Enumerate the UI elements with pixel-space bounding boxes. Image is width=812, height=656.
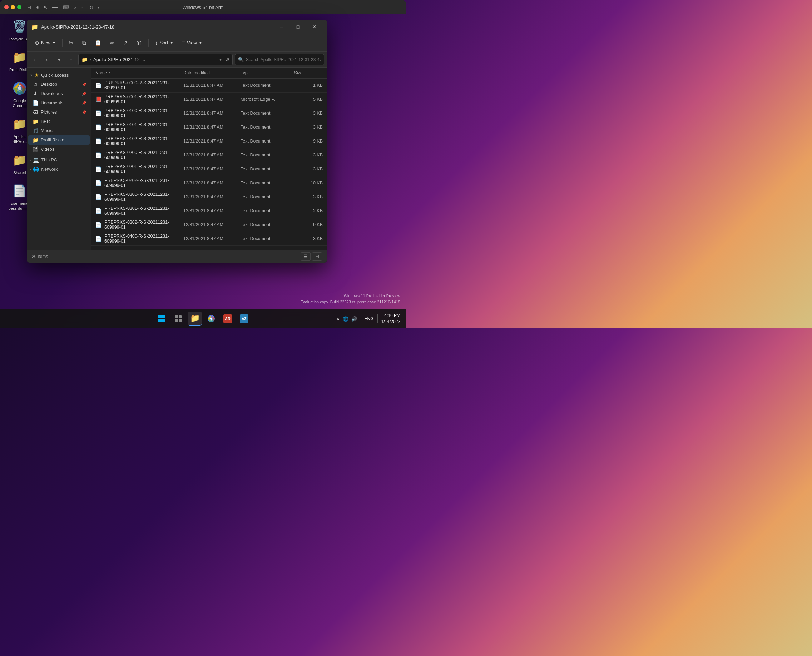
mac-sound-icon[interactable]: ♪ [74, 5, 76, 10]
sidebar-item-desktop[interactable]: 🖥 Desktop 📌 [28, 80, 90, 89]
mac-fullscreen-button[interactable] [17, 5, 22, 9]
mac-fwd-icon[interactable]: ‹ [98, 5, 99, 10]
start-button[interactable] [155, 312, 169, 326]
paste-button[interactable]: 📋 [91, 37, 105, 48]
more-options-button[interactable]: ··· [207, 37, 219, 49]
rename-button[interactable]: ✏ [107, 37, 118, 48]
this-pc-section[interactable]: › 💻 This PC [27, 155, 91, 165]
mac-keyboard-icon[interactable]: ⌨ [63, 5, 70, 10]
address-path-box[interactable]: 📁 › Apollo-SIPRo-2021-12-... ▾ ↺ [78, 54, 232, 65]
table-row[interactable]: 📄 PRBPRKS-0201-R-S-20211231-609999-01 12… [91, 162, 327, 176]
taskbar-az-button[interactable]: AZ [237, 312, 251, 326]
mac-window-title: Windows 64-bit Arm [182, 5, 224, 10]
sidebar-item-pictures[interactable]: 🖼 Pictures 📌 [28, 108, 90, 117]
col-date-header[interactable]: Date modified [183, 70, 240, 76]
file-date: 12/31/2021 8:47 AM [183, 180, 240, 186]
maximize-button[interactable]: □ [290, 21, 306, 32]
tray-expand-icon[interactable]: ∧ [336, 316, 340, 322]
mac-window-controls[interactable] [4, 5, 22, 9]
sidebar-item-music[interactable]: 🎵 Music [28, 126, 90, 135]
minimize-button[interactable]: ─ [273, 21, 290, 32]
recent-locations-button[interactable]: ▾ [54, 55, 64, 65]
table-row[interactable]: 📄 PRBPRKS-0000-R-S-20211231-609997-01 12… [91, 79, 327, 93]
cut-button[interactable]: ✂ [65, 37, 77, 48]
delete-button[interactable]: 🗑 [133, 37, 146, 48]
file-type-text: Text Document [240, 139, 294, 144]
sidebar-item-bpr[interactable]: 📁 BPR [28, 117, 90, 126]
profil-risiko-folder-icon: 📁 [11, 49, 28, 66]
taskbar-chrome-button[interactable] [204, 312, 218, 326]
mac-sidebar-icon[interactable]: ⊟ [27, 5, 31, 10]
sidebar-item-videos[interactable]: 🎬 Videos [28, 145, 90, 154]
table-row[interactable]: 📄 PRBPRKS-0202-R-S-20211231-609999-01 12… [91, 176, 327, 190]
file-date: 12/31/2021 8:47 AM [183, 236, 240, 241]
sidebar-item-profil-risiko[interactable]: 📁 Profil Risiko [28, 135, 90, 145]
win-logo-sq-2 [162, 315, 166, 318]
quick-access-header[interactable]: ▾ ★ Quick access [27, 70, 91, 80]
file-date: 12/31/2021 8:47 AM [183, 111, 240, 116]
copy-icon: ⧉ [82, 40, 86, 46]
pictures-pin-icon: 📌 [82, 110, 86, 114]
search-input[interactable] [246, 57, 321, 62]
file-size: 9 KB [294, 139, 323, 144]
search-box[interactable]: 🔍 [235, 54, 324, 65]
sidebar-item-downloads[interactable]: ⬇ Downloads 📌 [28, 89, 90, 98]
file-name-text: PRBPRKS-0302-R-S-20211231-609999-01 [104, 220, 183, 230]
forward-button[interactable]: › [42, 55, 52, 65]
svg-point-3 [18, 87, 22, 90]
mac-screen-icon[interactable]: ⊞ [36, 5, 39, 10]
pictures-icon: 🖼 [33, 109, 38, 115]
view-toggle[interactable]: ☰ ⊞ [301, 252, 322, 261]
file-explorer-window: 📁 Apollo-SIPRo-2021-12-31-23-47-18 ─ □ ✕… [27, 20, 327, 263]
network-tray-icon[interactable]: 🌐 [343, 316, 349, 322]
table-row[interactable]: 📄 PRBPRKS-0102-R-S-20211231-609999-01 12… [91, 135, 327, 148]
back-button[interactable]: ‹ [29, 55, 40, 65]
close-button[interactable]: ✕ [306, 21, 323, 32]
mac-pointer-icon[interactable]: ↖ [43, 5, 48, 10]
file-type-text: Text Document [240, 222, 294, 227]
col-name-header[interactable]: Name ∧ [95, 70, 183, 76]
tiles-view-button[interactable]: ⊞ [312, 252, 322, 261]
view-button[interactable]: ≡ View ▼ [178, 37, 206, 48]
copy-button[interactable]: ⧉ [79, 37, 90, 48]
refresh-button[interactable]: ↺ [225, 57, 229, 62]
clock[interactable]: 4:46 PM 1/14/2022 [381, 313, 400, 325]
sidebar-documents-label: Documents [41, 101, 79, 105]
new-button[interactable]: ⊕ New ▼ [31, 37, 59, 48]
col-size-header[interactable]: Size [294, 70, 323, 76]
col-type-label: Type [240, 70, 250, 76]
table-row[interactable]: 📄 PRBPRKS-0301-R-S-20211231-609999-01 12… [91, 204, 327, 218]
details-view-button[interactable]: ☰ [301, 252, 311, 261]
path-dropdown-icon[interactable]: ▾ [219, 57, 222, 62]
file-name-cell: 📄 PRBPRKS-0102-R-S-20211231-609999-01 [95, 136, 183, 146]
mac-close-button[interactable] [4, 5, 9, 9]
sort-button[interactable]: ↕ Sort ▼ [152, 37, 177, 48]
mac-arrow-left-icon[interactable]: ← [81, 5, 85, 10]
task-view-button[interactable] [171, 312, 186, 326]
sidebar-item-documents[interactable]: 📄 Documents 📌 [28, 98, 90, 108]
share-button[interactable]: ↗ [120, 37, 132, 48]
up-button[interactable]: ↑ [66, 55, 76, 65]
table-row[interactable]: 📄 PRBPRKS-0400-R-S-20211231-609999-01 12… [91, 232, 327, 246]
table-row[interactable]: 📄 PRBPRKS-0101-R-S-20211231-609999-01 12… [91, 121, 327, 135]
taskbar-file-explorer-button[interactable]: 📁 [188, 312, 202, 326]
file-type-icon: 📄 [95, 110, 101, 116]
table-row[interactable]: 📄 PRBPRKS-0300-R-S-20211231-609999-01 12… [91, 190, 327, 204]
table-row[interactable]: 📄 PRBPRKS-0302-R-S-20211231-609999-01 12… [91, 218, 327, 232]
taskbar-ar-button[interactable]: AR [220, 312, 235, 326]
table-row[interactable]: 📕 PRBPRKS-0001-R-S-20211231-609999-01 12… [91, 93, 327, 107]
lang-label[interactable]: ENG [364, 316, 374, 321]
svg-rect-5 [179, 316, 181, 318]
col-type-header[interactable]: Type [240, 70, 294, 76]
mac-minimize-button[interactable] [11, 5, 15, 9]
window-controls[interactable]: ─ □ ✕ [273, 21, 323, 32]
table-row[interactable]: 📄 PRBPRKS-0200-R-S-20211231-609999-01 12… [91, 148, 327, 162]
file-type-text: Text Document [240, 111, 294, 116]
volume-tray-icon[interactable]: 🔊 [351, 316, 357, 322]
network-section[interactable]: › 🌐 Network [27, 165, 91, 174]
shared-label: Shared [13, 170, 26, 175]
mac-back-icon[interactable]: ⟵ [52, 5, 59, 10]
table-row[interactable]: 📄 PRBPRKS-0100-R-S-20211231-609999-01 12… [91, 107, 327, 121]
file-type-text: Text Document [240, 236, 294, 241]
mac-record-icon[interactable]: ⊚ [90, 5, 94, 10]
